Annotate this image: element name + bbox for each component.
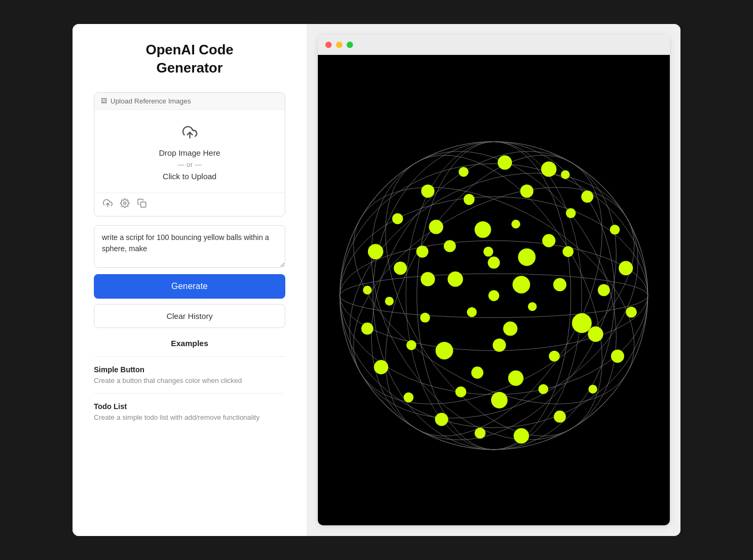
sphere-svg [318, 55, 670, 525]
prompt-textarea[interactable]: write a script for 100 bouncing yellow b… [94, 225, 285, 268]
svg-point-75 [483, 247, 493, 257]
drop-text: Drop Image Here [159, 148, 220, 157]
svg-point-22 [610, 225, 620, 235]
svg-point-23 [619, 261, 633, 275]
svg-point-76 [512, 276, 530, 293]
svg-point-29 [475, 428, 486, 439]
example-desc-todo-list: Create a simple todo list with add/remov… [94, 413, 285, 422]
svg-point-38 [459, 167, 469, 177]
svg-point-20 [541, 162, 557, 177]
svg-point-27 [554, 411, 566, 423]
example-desc-simple-button: Create a button that changes color when … [94, 376, 285, 386]
svg-point-67 [429, 220, 443, 234]
svg-rect-3 [141, 202, 146, 207]
svg-point-44 [508, 371, 524, 386]
svg-point-56 [447, 271, 463, 287]
svg-point-40 [518, 249, 535, 266]
svg-point-58 [528, 302, 537, 311]
svg-point-64 [566, 208, 576, 218]
upload-small-icon[interactable] [103, 198, 113, 211]
svg-point-32 [374, 360, 388, 374]
svg-point-74 [416, 245, 429, 258]
svg-point-66 [463, 194, 475, 205]
copy-icon[interactable] [137, 198, 147, 211]
app-container: OpenAI CodeGenerator 🖼 Upload Reference … [73, 24, 680, 536]
upload-icon [182, 125, 197, 143]
svg-point-47 [420, 313, 430, 323]
svg-point-31 [404, 393, 414, 403]
minimize-dot[interactable] [336, 42, 342, 48]
svg-point-48 [421, 272, 435, 286]
svg-point-57 [488, 257, 500, 269]
svg-point-25 [611, 349, 624, 363]
example-simple-button[interactable]: Simple Button Create a button that chang… [94, 356, 285, 393]
svg-point-34 [363, 286, 372, 295]
example-title-simple-button: Simple Button [94, 365, 285, 374]
examples-heading: Examples [94, 339, 285, 348]
svg-point-28 [514, 428, 529, 444]
svg-point-65 [520, 185, 534, 198]
svg-point-54 [503, 322, 518, 336]
left-panel: OpenAI CodeGenerator 🖼 Upload Reference … [73, 24, 307, 536]
svg-point-51 [511, 220, 520, 229]
svg-point-37 [421, 185, 435, 198]
svg-point-59 [563, 246, 574, 258]
browser-window [318, 35, 670, 525]
example-title-todo-list: Todo List [94, 402, 285, 411]
svg-point-46 [436, 342, 453, 359]
settings-icon[interactable] [120, 198, 130, 211]
svg-point-70 [539, 384, 549, 394]
svg-point-60 [394, 261, 407, 275]
browser-titlebar [318, 35, 670, 55]
svg-point-72 [455, 386, 467, 397]
sphere-visualization [318, 55, 670, 525]
svg-point-49 [444, 240, 456, 252]
maximize-dot[interactable] [347, 42, 353, 48]
app-title: OpenAI CodeGenerator [94, 41, 285, 77]
svg-point-24 [626, 307, 637, 318]
close-dot[interactable] [325, 42, 332, 48]
image-icon: 🖼 [101, 97, 107, 105]
generate-button[interactable]: Generate [94, 274, 285, 299]
clear-history-button[interactable]: Clear History [94, 304, 285, 328]
svg-point-45 [471, 366, 484, 379]
upload-header: 🖼 Upload Reference Images [94, 93, 285, 110]
svg-point-50 [475, 221, 491, 238]
svg-point-52 [542, 234, 556, 247]
svg-point-35 [368, 244, 383, 259]
svg-point-71 [491, 392, 508, 409]
svg-point-62 [598, 284, 610, 297]
icon-toolbar [94, 193, 285, 216]
upload-dropzone[interactable]: Drop Image Here — or — Click to Upload [94, 110, 285, 193]
svg-point-53 [488, 290, 500, 301]
svg-point-69 [493, 339, 506, 352]
svg-point-61 [406, 340, 416, 350]
svg-point-63 [588, 326, 603, 342]
svg-point-30 [435, 413, 448, 426]
or-text: — or — [178, 161, 202, 169]
svg-point-39 [498, 155, 512, 170]
click-to-upload-text: Click to Upload [163, 172, 217, 181]
svg-point-26 [588, 385, 597, 394]
svg-point-55 [467, 307, 477, 317]
svg-point-43 [549, 350, 560, 362]
example-todo-list[interactable]: Todo List Create a simple todo list with… [94, 393, 285, 430]
svg-point-36 [392, 213, 403, 225]
svg-point-68 [385, 297, 394, 306]
upload-section: 🖼 Upload Reference Images Drop Image Her… [94, 92, 285, 217]
svg-point-42 [572, 313, 591, 333]
svg-point-21 [581, 190, 594, 203]
right-panel [307, 24, 680, 536]
svg-point-73 [561, 170, 570, 179]
upload-header-label: Upload Reference Images [110, 97, 191, 105]
svg-point-33 [361, 323, 373, 335]
svg-point-41 [553, 278, 566, 291]
svg-point-2 [124, 202, 126, 204]
